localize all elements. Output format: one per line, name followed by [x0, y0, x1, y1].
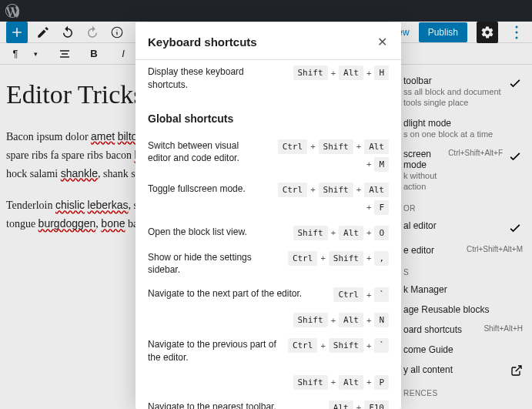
sidebar-item[interactable]: y all content — [394, 360, 532, 381]
shortcut-description: Show or hide the settings sidebar. — [148, 251, 279, 277]
italic-icon[interactable]: I — [114, 45, 132, 63]
undo-icon[interactable] — [59, 23, 77, 42]
publish-button[interactable]: Publish — [419, 22, 467, 42]
shortcut-keys: Shift+Alt+H — [293, 65, 390, 80]
shortcut-keys: Shift+Alt+N — [293, 313, 390, 327]
shortcut-description: Switch between visual editor and code ed… — [148, 139, 264, 166]
keyboard-shortcuts-modal: Keyboard shortcuts ✕ Display these keybo… — [136, 22, 401, 409]
shortcut-keys: Ctrl+Shift+Alt+M — [273, 139, 389, 172]
shortcut-description: Navigate to the previous part of the edi… — [148, 338, 279, 364]
sidebar-item[interactable]: e editorCtrl+Shift+Alt+M — [394, 240, 532, 260]
section-heading: Global shortcuts — [148, 112, 389, 125]
wordpress-logo[interactable] — [2, 0, 23, 22]
shortcut-keys: Shift+Alt+P — [293, 375, 390, 390]
check-icon — [507, 75, 523, 91]
align-icon[interactable] — [55, 45, 74, 63]
settings-icon[interactable] — [477, 22, 498, 43]
add-block-button[interactable] — [6, 22, 28, 43]
shortcut-keys: Shift+Alt+O — [293, 226, 390, 240]
external-icon — [510, 364, 523, 377]
sidebar-item[interactable]: come Guide — [394, 340, 532, 360]
shortcut-description: Toggle fullscreen mode. — [148, 183, 264, 196]
paragraph-icon[interactable]: ¶ — [6, 45, 25, 63]
redo-icon[interactable] — [83, 23, 102, 42]
svg-point-3 — [516, 36, 518, 39]
sidebar-item[interactable]: age Reusable blocks — [394, 300, 532, 320]
sidebar-item[interactable]: screen modek without actionCtrl+Shift+Al… — [394, 144, 532, 197]
shortcut-keys: Alt+F10 — [329, 401, 389, 409]
chevron-down-icon[interactable]: ▾ — [26, 45, 45, 63]
shortcut-keys: Ctrl+Shift+` — [288, 338, 389, 353]
shortcut-description: Navigate to the nearest toolbar. — [148, 401, 320, 409]
shortcut-keys: Ctrl+Shift+Alt+F — [273, 183, 389, 215]
options-sidebar: toolbarss all block and document tools s… — [393, 65, 532, 409]
close-button[interactable]: ✕ — [375, 35, 389, 49]
svg-point-2 — [516, 31, 518, 33]
info-icon[interactable] — [108, 23, 126, 42]
sidebar-item[interactable]: al editor — [394, 216, 532, 240]
modal-title: Keyboard shortcuts — [148, 35, 257, 49]
more-icon[interactable] — [507, 23, 526, 42]
sidebar-item[interactable]: toolbarss all block and document tools s… — [394, 71, 532, 113]
sidebar-item[interactable]: oard shortcutsShift+Alt+H — [394, 320, 532, 340]
shortcut-description: Open the block list view. — [148, 226, 284, 239]
bold-icon[interactable]: B — [85, 45, 103, 63]
sidebar-item[interactable]: k Manager — [394, 280, 532, 300]
check-icon — [507, 220, 523, 236]
edit-icon[interactable] — [34, 23, 52, 42]
svg-point-1 — [516, 25, 518, 28]
check-icon — [507, 149, 523, 164]
shortcut-keys: Ctrl+` — [333, 287, 389, 302]
shortcut-description: Navigate to the next part of the editor. — [148, 287, 324, 300]
shortcut-keys: Ctrl+Shift+, — [288, 251, 389, 266]
shortcut-description: Display these keyboard shortcuts. — [148, 65, 284, 92]
sidebar-item[interactable]: dlight modes on one block at a time — [394, 113, 532, 144]
